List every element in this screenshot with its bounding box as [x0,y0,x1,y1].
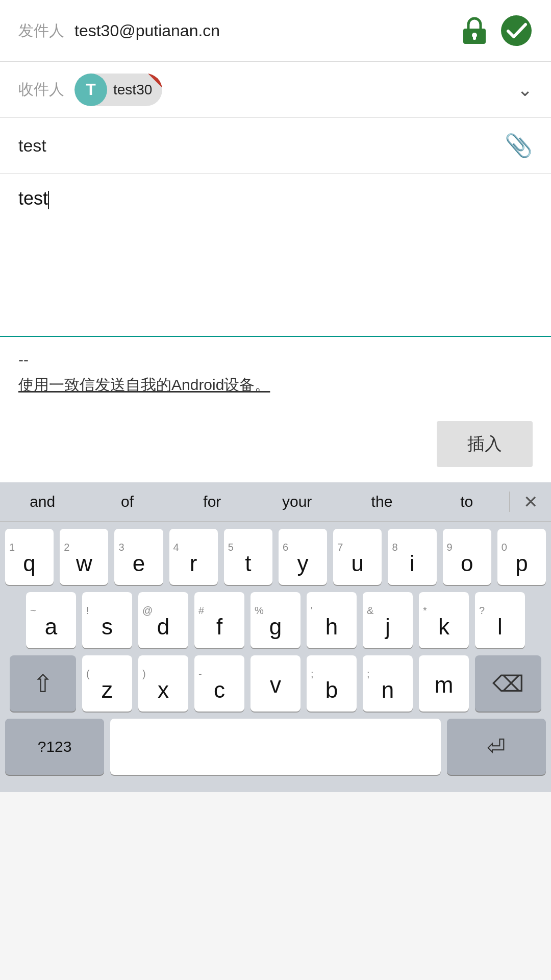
text-cursor [48,191,49,209]
signature-text: 使用一致信发送自我的Android设备。 [18,375,533,396]
key-z[interactable]: (z [82,655,132,712]
signature-separator: -- [18,351,533,369]
chevron-down-icon[interactable]: ⌄ [517,79,533,101]
suggestion-the[interactable]: the [339,493,424,510]
key-g[interactable]: %g [251,592,300,648]
key-b[interactable]: ;b [307,655,357,712]
attachment-icon[interactable]: 📎 [505,132,533,159]
suggestion-to[interactable]: to [424,493,509,510]
key-d[interactable]: @d [138,592,188,648]
key-p[interactable]: 0p [497,529,546,585]
key-a[interactable]: ~a [26,592,76,648]
svg-point-3 [501,15,532,46]
key-w[interactable]: 2w [60,529,108,585]
symbols-key[interactable]: ?123 [5,719,104,775]
key-u[interactable]: 7u [333,529,382,585]
sender-label: 发件人 [18,20,74,41]
email-compose-form: 发件人 test30@putianan.cn 收件人 T test30 [0,0,551,792]
shift-key[interactable]: ⇧ [10,655,76,712]
keyboard-row-3: ⇧ (z )x -c v ;b ;n m ⌫ [5,655,546,712]
suggestion-your[interactable]: your [255,493,339,510]
keyboard-row-1: 1q 2w 3e 4r 5t 6y 7u 8i 9o 0p [5,529,546,585]
subject-row[interactable]: test 📎 [0,118,551,174]
key-l[interactable]: ?l [475,592,525,648]
key-j[interactable]: &j [363,592,413,648]
suggestion-and[interactable]: and [0,493,85,510]
recipient-label: 收件人 [18,79,74,100]
lock-icon [459,15,490,46]
space-key[interactable] [110,719,441,775]
key-q[interactable]: 1q [5,529,54,585]
key-c[interactable]: -c [194,655,244,712]
sender-icons [459,14,533,47]
subject-field[interactable]: test [18,136,505,156]
check-icon [500,14,533,47]
backspace-key[interactable]: ⌫ [475,655,541,712]
key-o[interactable]: 9o [443,529,491,585]
insert-button[interactable]: 插入 [437,421,533,467]
key-f[interactable]: #f [194,592,244,648]
key-i[interactable]: 8i [388,529,436,585]
sender-email: test30@putianan.cn [74,21,459,40]
suggestions-bar: and of for your the to ✕ [0,482,551,522]
insert-button-row: 插入 [0,406,551,482]
key-v[interactable]: v [251,655,300,712]
body-text[interactable]: test [18,188,48,209]
chip-avatar: T [74,74,107,106]
key-rows: 1q 2w 3e 4r 5t 6y 7u 8i 9o 0p ~a !s @d #… [0,522,551,775]
recipient-chips: T test30 [74,74,517,106]
key-t[interactable]: 5t [224,529,272,585]
key-y[interactable]: 6y [279,529,327,585]
keyboard: and of for your the to ✕ 1q 2w 3e 4r 5t … [0,482,551,792]
suggestion-of[interactable]: of [85,493,169,510]
key-k[interactable]: *k [419,592,469,648]
chip-corner-decoration [148,74,162,88]
recipient-chip[interactable]: T test30 [74,74,162,106]
enter-icon: ⏎ [487,734,506,760]
close-suggestions-icon[interactable]: ✕ [510,492,551,512]
key-x[interactable]: )x [138,655,188,712]
keyboard-row-2: ~a !s @d #f %g 'h &j *k ?l [5,592,546,648]
key-h[interactable]: 'h [307,592,357,648]
key-n[interactable]: ;n [363,655,413,712]
recipient-row[interactable]: 收件人 T test30 ⌄ [0,62,551,118]
key-m[interactable]: m [419,655,469,712]
svg-rect-2 [473,35,476,40]
keyboard-row-4: ?123 ⏎ [5,719,546,775]
key-s[interactable]: !s [82,592,132,648]
backspace-icon: ⌫ [492,671,524,697]
sender-row: 发件人 test30@putianan.cn [0,0,551,62]
key-e[interactable]: 3e [114,529,163,585]
suggestion-for[interactable]: for [170,493,255,510]
shift-icon: ⇧ [33,669,53,698]
enter-key[interactable]: ⏎ [447,719,546,775]
key-r[interactable]: 4r [169,529,218,585]
signature-area: -- 使用一致信发送自我的Android设备。 [0,337,551,406]
body-area[interactable]: test [0,174,551,337]
